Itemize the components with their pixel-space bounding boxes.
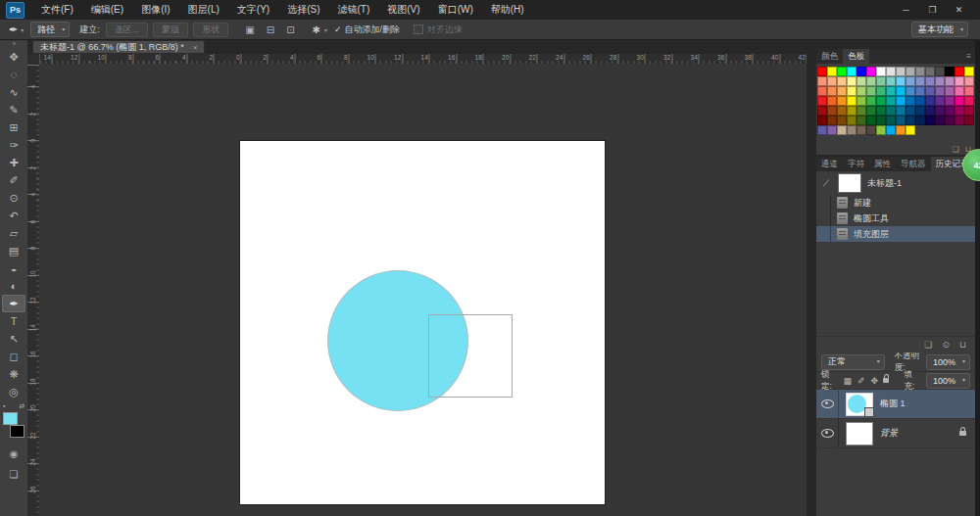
color-swatch[interactable]: [945, 96, 955, 106]
color-swatch[interactable]: [827, 86, 837, 96]
color-swatch[interactable]: [955, 67, 964, 76]
tab-导航器[interactable]: 导航器: [896, 157, 931, 171]
color-swatch[interactable]: [915, 116, 925, 125]
color-swatch[interactable]: [866, 76, 876, 86]
menubar-item-6[interactable]: 滤镜(T): [329, 0, 379, 20]
color-swatch[interactable]: [866, 96, 876, 106]
color-swatch[interactable]: [847, 76, 857, 86]
history-brush-tool[interactable]: ↶: [2, 207, 25, 224]
menubar-item-2[interactable]: 图像(I): [132, 0, 178, 20]
color-swatch[interactable]: [945, 106, 955, 116]
color-swatch[interactable]: [915, 76, 925, 86]
color-swatch[interactable]: [857, 116, 866, 125]
color-swatch[interactable]: [915, 106, 925, 116]
color-swatch[interactable]: [817, 76, 827, 86]
history-snapshot-row[interactable]: ⟋ 未标题-1: [816, 171, 975, 195]
blend-mode-select[interactable]: 正常 ▾: [821, 354, 885, 370]
history-state-row[interactable]: 椭圆工具: [816, 211, 975, 226]
background-color-swatch[interactable]: [10, 425, 24, 438]
color-swatch[interactable]: [945, 86, 955, 96]
dodge-tool[interactable]: ◐: [2, 277, 25, 295]
color-swatch[interactable]: [857, 96, 866, 106]
color-swatch[interactable]: [817, 67, 827, 76]
color-swatch[interactable]: [827, 106, 837, 116]
lock-paint-icon[interactable]: ✐: [858, 376, 865, 386]
color-swatch[interactable]: [935, 67, 945, 76]
color-swatch[interactable]: [955, 86, 964, 96]
delete-state-icon[interactable]: ⊔: [959, 340, 966, 350]
color-swatch[interactable]: [866, 116, 876, 125]
color-swatch[interactable]: [837, 76, 847, 86]
color-swatch[interactable]: [925, 96, 935, 106]
tab-close-icon[interactable]: ×: [193, 43, 198, 52]
color-swatch[interactable]: [837, 86, 847, 96]
eraser-tool[interactable]: ▱: [2, 224, 25, 242]
color-swatch[interactable]: [945, 76, 955, 86]
default-colors-icon[interactable]: ▪: [3, 402, 5, 410]
history-brush-checkbox[interactable]: [816, 195, 831, 211]
color-swatch[interactable]: [964, 106, 974, 116]
tab-字符[interactable]: 字符: [843, 157, 869, 171]
color-swatch[interactable]: [827, 96, 837, 106]
color-swatch[interactable]: [857, 106, 866, 116]
color-swatch[interactable]: [876, 106, 886, 116]
color-swatch[interactable]: [837, 116, 847, 125]
color-swatch[interactable]: [935, 76, 945, 86]
color-swatch[interactable]: [906, 76, 915, 86]
color-swatch[interactable]: [945, 67, 955, 76]
color-swatch[interactable]: [906, 86, 915, 96]
color-swatch[interactable]: [876, 125, 886, 135]
tool-preset-arrow-icon[interactable]: ▾: [21, 26, 24, 33]
history-state-row[interactable]: 新建: [816, 195, 975, 211]
color-swatch[interactable]: [906, 106, 915, 116]
menubar-item-9[interactable]: 帮助(H): [482, 0, 533, 20]
restore-button[interactable]: ❐: [919, 5, 946, 15]
color-swatch[interactable]: [817, 116, 827, 125]
color-swatch[interactable]: [837, 125, 847, 135]
color-swatch[interactable]: [964, 86, 974, 96]
blur-tool[interactable]: ◒: [2, 259, 25, 277]
lock-transparency-icon[interactable]: ▦: [844, 376, 853, 386]
color-swatch[interactable]: [915, 86, 925, 96]
path-selection-tool[interactable]: ↖: [2, 330, 25, 348]
color-swatch[interactable]: [915, 67, 925, 76]
eyedropper-tool[interactable]: ✑: [2, 136, 25, 154]
color-swatch[interactable]: [886, 86, 896, 96]
close-button[interactable]: ✕: [946, 5, 972, 15]
minimize-button[interactable]: ─: [893, 5, 919, 15]
color-swatch[interactable]: [847, 116, 857, 125]
color-swatch[interactable]: [847, 125, 857, 135]
tool-mode-select[interactable]: 路径 ▾: [30, 22, 70, 37]
crop-tool[interactable]: ⊞: [2, 118, 25, 136]
screen-mode-icon[interactable]: ❏: [10, 469, 19, 480]
color-swatch[interactable]: [925, 116, 935, 125]
color-swatch[interactable]: [896, 76, 906, 86]
color-swatch[interactable]: [896, 116, 906, 125]
color-swatch[interactable]: [925, 76, 935, 86]
color-swatch[interactable]: [847, 86, 857, 96]
lasso-tool[interactable]: ∿: [2, 83, 25, 101]
healing-brush-tool[interactable]: ✚: [2, 154, 25, 171]
color-swatch[interactable]: [866, 125, 876, 135]
menubar-item-7[interactable]: 视图(V): [378, 0, 428, 20]
color-swatch[interactable]: [886, 96, 896, 106]
menubar-item-5[interactable]: 选择(S): [278, 0, 328, 20]
path-arrange-icon[interactable]: ⊡: [286, 24, 294, 35]
color-swatch[interactable]: [964, 67, 974, 76]
color-swatch[interactable]: [827, 76, 837, 86]
canvas-viewport[interactable]: [39, 64, 807, 516]
rectangle-path-outline[interactable]: [428, 314, 513, 398]
fill-select[interactable]: 100% ▾: [926, 373, 970, 389]
history-brush-checkbox[interactable]: [816, 211, 831, 226]
visibility-cell[interactable]: [816, 390, 839, 418]
workspace-select[interactable]: 基本功能 ▾: [911, 22, 968, 37]
history-brush-checkbox[interactable]: [816, 226, 831, 242]
color-swatch[interactable]: [964, 116, 974, 125]
color-swatch[interactable]: [896, 67, 906, 76]
color-swatch[interactable]: [955, 116, 964, 125]
menubar-item-4[interactable]: 文字(Y): [228, 0, 278, 20]
color-swatch[interactable]: [817, 125, 827, 135]
color-swatch[interactable]: [935, 86, 945, 96]
color-swatch[interactable]: [876, 116, 886, 125]
new-document-from-state-icon[interactable]: ❏: [924, 340, 932, 350]
